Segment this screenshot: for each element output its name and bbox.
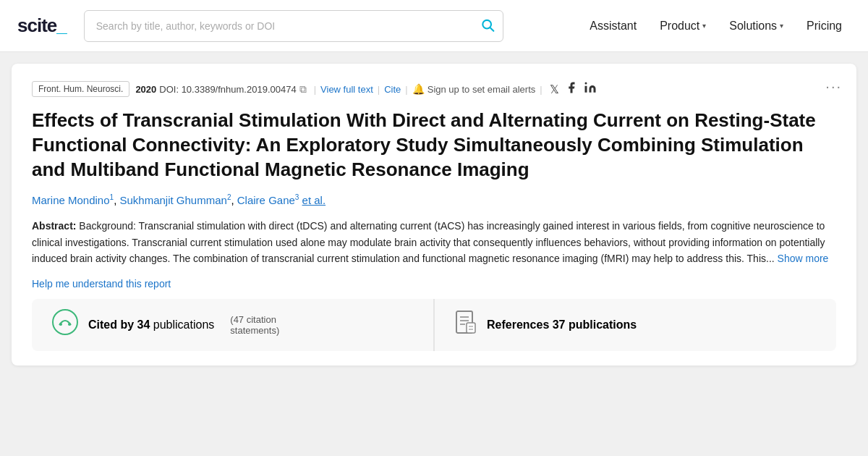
citations-icon — [52, 309, 78, 340]
copy-doi-button[interactable]: ⧉ — [299, 83, 307, 96]
chevron-down-icon: ▾ — [780, 22, 783, 30]
author-1-link[interactable]: Marine Mondino1 — [32, 194, 114, 206]
svg-rect-2 — [584, 86, 587, 93]
chevron-down-icon: ▾ — [702, 22, 706, 30]
author-3-link[interactable]: Claire Gane3 — [237, 194, 299, 206]
cite-link[interactable]: Cite — [384, 84, 401, 95]
svg-point-3 — [584, 83, 587, 85]
social-icons: 𝕏 — [550, 81, 597, 97]
et-al-link[interactable]: et al. — [302, 194, 326, 206]
nav-pricing[interactable]: Pricing — [798, 14, 851, 38]
main-nav: Assistant Product ▾ Solutions ▾ Pricing — [581, 14, 851, 38]
svg-point-0 — [482, 20, 491, 28]
article-meta: Front. Hum. Neurosci. 2020 DOI: 10.3389/… — [32, 81, 836, 97]
more-options-button[interactable]: ··· — [825, 78, 842, 95]
twitter-icon[interactable]: 𝕏 — [550, 83, 559, 96]
article-title: Effects of Transcranial Stimulation With… — [32, 109, 836, 182]
article-card: ··· Front. Hum. Neurosci. 2020 DOI: 10.3… — [12, 64, 856, 366]
nav-product[interactable]: Product ▾ — [651, 14, 715, 38]
linkedin-icon[interactable] — [584, 81, 597, 97]
main-content: ··· Front. Hum. Neurosci. 2020 DOI: 10.3… — [0, 52, 868, 456]
abstract-label: Abstract: — [32, 220, 76, 232]
cited-by-stat: Cited by 34 publications (47 citationsta… — [32, 299, 434, 351]
svg-line-1 — [490, 28, 493, 30]
references-text: References 37 publications — [487, 318, 637, 332]
nav-solutions[interactable]: Solutions ▾ — [720, 14, 792, 38]
cited-by-count: Cited by 34 — [88, 318, 150, 331]
header: scite_ Assistant Product ▾ Solutions ▾ P… — [0, 0, 868, 52]
references-stat: References 37 publications — [435, 299, 836, 351]
article-year: 2020 — [135, 84, 156, 95]
logo[interactable]: scite_ — [17, 14, 67, 37]
svg-point-6 — [68, 323, 71, 326]
bell-icon: 🔔 — [412, 83, 425, 95]
email-alert-text: Sign up to set email alerts — [427, 84, 536, 95]
article-doi: DOI: 10.3389/fnhum.2019.00474 — [159, 84, 296, 95]
cited-by-text: Cited by 34 publications — [88, 318, 214, 332]
authors: Marine Mondino1, Sukhmanjit Ghumman2, Cl… — [32, 193, 836, 206]
svg-point-4 — [53, 310, 77, 334]
stats-bar: Cited by 34 publications (47 citationsta… — [32, 299, 836, 351]
citation-statements: (47 citationstatements) — [230, 314, 279, 336]
search-button[interactable] — [480, 17, 495, 34]
nav-assistant[interactable]: Assistant — [581, 14, 645, 38]
svg-point-5 — [59, 323, 62, 326]
references-icon — [455, 310, 477, 339]
view-full-text-link[interactable]: View full text — [320, 84, 373, 95]
help-understand-link[interactable]: Help me understand this report — [32, 278, 171, 290]
abstract: Abstract: Background: Transcranial stimu… — [32, 218, 836, 266]
show-more-link[interactable]: Show more — [778, 253, 829, 264]
journal-badge: Front. Hum. Neurosci. — [32, 81, 129, 97]
search-input[interactable] — [84, 10, 503, 42]
search-container — [84, 10, 503, 42]
abstract-text: Background: Transcranial stimulation wit… — [32, 220, 825, 264]
author-2-link[interactable]: Sukhmanjit Ghumman2 — [119, 194, 231, 206]
svg-rect-11 — [467, 323, 475, 333]
references-count: References 37 publications — [487, 318, 637, 331]
facebook-icon[interactable] — [565, 81, 578, 97]
cited-by-label: publications — [153, 318, 215, 331]
